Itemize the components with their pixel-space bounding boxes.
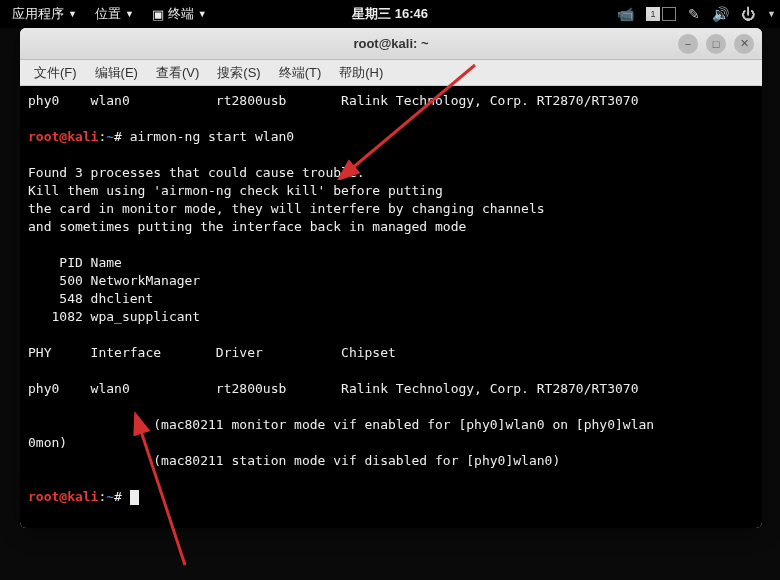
terminal-line (28, 362, 754, 380)
applications-menu[interactable]: 应用程序 ▼ (4, 5, 85, 23)
chevron-down-icon: ▼ (125, 9, 134, 19)
menu-edit[interactable]: 编辑(E) (87, 61, 146, 85)
chevron-down-icon: ▼ (767, 9, 776, 19)
prompt-hash: # (114, 129, 130, 144)
terminal-window: root@kali: ~ − □ ✕ 文件(F) 编辑(E) 查看(V) 搜索(… (20, 28, 762, 528)
terminal-line: Kill them using 'airmon-ng check kill' b… (28, 182, 754, 200)
places-label: 位置 (95, 5, 121, 23)
terminal-prompt-line: root@kali:~# airmon-ng start wlan0 (28, 128, 754, 146)
top-panel-right: 📹 1 ✎ 🔊 ⏻ ▼ (617, 6, 776, 22)
window-controls: − □ ✕ (678, 34, 754, 54)
terminal-label: 终端 (168, 5, 194, 23)
workspace-1[interactable]: 1 (646, 7, 660, 21)
clock[interactable]: 星期三 16:46 (352, 5, 428, 23)
terminal-line: 1082 wpa_supplicant (28, 308, 754, 326)
prompt-hash: # (114, 489, 130, 504)
terminal-command: airmon-ng start wlan0 (130, 129, 294, 144)
terminal-launcher[interactable]: ▣ 终端 ▼ (144, 5, 215, 23)
terminal-line: phy0 wlan0 rt2800usb Ralink Technology, … (28, 92, 754, 110)
terminal-line: and sometimes putting the interface back… (28, 218, 754, 236)
terminal-line: (mac80211 monitor mode vif enabled for [… (28, 416, 754, 434)
terminal-icon: ▣ (152, 7, 164, 22)
menu-view[interactable]: 查看(V) (148, 61, 207, 85)
terminal-line: 500 NetworkManager (28, 272, 754, 290)
camera-icon[interactable]: 📹 (617, 6, 634, 22)
cursor (130, 490, 139, 505)
power-icon[interactable]: ⏻ (741, 6, 755, 22)
prompt-user: root (28, 489, 59, 504)
terminal-line (28, 470, 754, 488)
prompt-host: kali (67, 129, 98, 144)
window-title: root@kali: ~ (353, 36, 428, 51)
terminal-line (28, 236, 754, 254)
datetime-label: 星期三 16:46 (352, 6, 428, 21)
minimize-button[interactable]: − (678, 34, 698, 54)
terminal-line: (mac80211 station mode vif disabled for … (28, 452, 754, 470)
terminal-line (28, 326, 754, 344)
terminal-body[interactable]: phy0 wlan0 rt2800usb Ralink Technology, … (20, 86, 762, 528)
menubar: 文件(F) 编辑(E) 查看(V) 搜索(S) 终端(T) 帮助(H) (20, 60, 762, 86)
prompt-host: kali (67, 489, 98, 504)
terminal-prompt-line: root@kali:~# (28, 488, 754, 506)
terminal-line: phy0 wlan0 rt2800usb Ralink Technology, … (28, 380, 754, 398)
top-panel-left: 应用程序 ▼ 位置 ▼ ▣ 终端 ▼ (4, 5, 215, 23)
workspace-2[interactable] (662, 7, 676, 21)
terminal-line: PID Name (28, 254, 754, 272)
titlebar[interactable]: root@kali: ~ − □ ✕ (20, 28, 762, 60)
menu-help[interactable]: 帮助(H) (331, 61, 391, 85)
volume-icon[interactable]: 🔊 (712, 6, 729, 22)
prompt-path: ~ (106, 129, 114, 144)
terminal-line: 548 dhclient (28, 290, 754, 308)
close-button[interactable]: ✕ (734, 34, 754, 54)
terminal-line: the card in monitor mode, they will inte… (28, 200, 754, 218)
terminal-line: 0mon) (28, 434, 754, 452)
menu-search[interactable]: 搜索(S) (209, 61, 268, 85)
chevron-down-icon: ▼ (198, 9, 207, 19)
maximize-button[interactable]: □ (706, 34, 726, 54)
menu-file[interactable]: 文件(F) (26, 61, 85, 85)
terminal-line: Found 3 processes that could cause troub… (28, 164, 754, 182)
prompt-path: ~ (106, 489, 114, 504)
applications-label: 应用程序 (12, 5, 64, 23)
prompt-at: @ (59, 489, 67, 504)
prompt-user: root (28, 129, 59, 144)
terminal-line (28, 146, 754, 164)
accessibility-icon[interactable]: ✎ (688, 6, 700, 22)
terminal-line: PHY Interface Driver Chipset (28, 344, 754, 362)
menu-terminal[interactable]: 终端(T) (271, 61, 330, 85)
workspace-switcher[interactable]: 1 (646, 7, 676, 21)
terminal-line (28, 398, 754, 416)
chevron-down-icon: ▼ (68, 9, 77, 19)
prompt-at: @ (59, 129, 67, 144)
desktop-top-panel: 应用程序 ▼ 位置 ▼ ▣ 终端 ▼ 星期三 16:46 📹 1 ✎ 🔊 ⏻ ▼ (0, 0, 780, 28)
places-menu[interactable]: 位置 ▼ (87, 5, 142, 23)
terminal-line (28, 110, 754, 128)
